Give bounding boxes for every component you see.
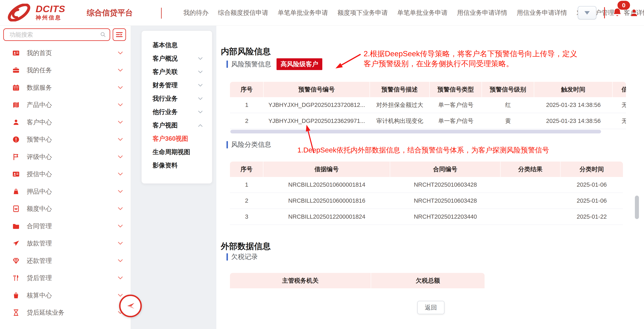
sidebar-item-calendar-2[interactable]: 数据服务	[0, 79, 131, 96]
table-cell	[500, 209, 560, 225]
sidebar-item-label: 客户中心	[27, 118, 52, 127]
sidebar-item-label: 合同管理	[27, 222, 52, 230]
topnav-item-loan-detail-1[interactable]: 用信业务申请详情	[457, 8, 507, 17]
top-menu: 我的待办 综合额度授信申请 单笔单批业务申请 额度项下业务申请 单笔单批业务申请…	[183, 0, 644, 25]
sidebar-item-label: 贷后管理	[27, 274, 52, 282]
table-cell: 无	[612, 113, 626, 129]
risk-warning-section-header: 风险预警信息 高风险级客户	[226, 58, 322, 70]
arrow-left-icon	[125, 301, 136, 311]
table-header-cell: 预警信号类型	[430, 82, 482, 97]
sidebar-item-bag-8[interactable]: 押品中心	[0, 183, 131, 200]
sidebar-item-doc-w-9[interactable]: 额度中心	[0, 200, 131, 218]
sidebar-item-label: 核算中心	[27, 291, 52, 300]
idcard-icon	[12, 170, 20, 178]
sidebar-menu: 我的首页我的任务数据服务产品中心客户中心预警中心评级中心授信中心押品中心额度中心…	[0, 44, 131, 321]
table-row: 2YJBHYJXH_DGP20250123629971...审计机构出现变化单一…	[230, 113, 626, 129]
submenu-child-2[interactable]: 影像资料	[142, 159, 212, 172]
secondary-panel-strip: 基本信息客户概况客户关联财务管理我行业务他行业务客户视图客户360视图生命周期视…	[131, 25, 216, 329]
sidebar-item-map-3[interactable]: 产品中心	[0, 96, 131, 114]
topnav-item-single-batch-1[interactable]: 单笔单批业务申请	[278, 8, 328, 17]
submenu-item-5[interactable]: 他行业务	[142, 105, 212, 119]
sidebar-item-briefcase-1[interactable]: 我的任务	[0, 62, 131, 79]
section-bar	[226, 253, 228, 261]
chevron-down-icon	[118, 121, 123, 124]
chevron-down-icon	[118, 155, 123, 159]
risk-classify-label: 风险分类信息	[231, 140, 271, 149]
table-header-cell: 分类结果	[500, 162, 560, 177]
chevron-down-icon	[118, 242, 123, 245]
chevron-down-icon	[198, 84, 203, 87]
sidebar-item-label: 我的首页	[27, 49, 52, 57]
menu-collapse-button[interactable]	[113, 28, 126, 41]
chevron-down-icon	[198, 70, 203, 73]
table-cell: 2025-01-22	[560, 209, 623, 225]
table-cell: YJBHYJXH_DGP20250123629971...	[264, 113, 370, 129]
submenu-item-1[interactable]: 客户概况	[142, 52, 212, 65]
sidebar-item-utensils-13[interactable]: 贷后管理	[0, 270, 131, 287]
calendar-icon	[12, 84, 20, 91]
sidebar-item-flag-6[interactable]: 评级中心	[0, 148, 131, 166]
tabs-dropdown-button[interactable]	[578, 6, 596, 19]
chevron-down-icon	[118, 69, 123, 72]
function-search-input[interactable]	[3, 28, 110, 41]
table-cell: 2025-01-06	[560, 177, 623, 193]
sidebar-item-label: 额度中心	[27, 205, 52, 213]
user-icon	[12, 118, 20, 126]
sidebar-collapse-toggle[interactable]	[119, 295, 142, 317]
horizontal-scrollbar[interactable]	[230, 130, 601, 133]
topnav-item-single-batch-2[interactable]: 单笔单批业务申请	[397, 8, 448, 17]
table-cell: 无	[612, 97, 626, 113]
sidebar-item-idcard-7[interactable]: 授信中心	[0, 166, 131, 183]
submenu-item-3[interactable]: 财务管理	[142, 78, 212, 92]
topnav-item-under-quota[interactable]: 额度项下业务申请	[338, 8, 388, 17]
chevron-down-icon	[584, 11, 590, 14]
chevron-down-icon	[118, 190, 123, 193]
annotation-detection: 1.DeepSeek依托内外部数据信息，结合预警信号体系，为客户探测风险预警信号	[298, 145, 549, 155]
sidebar-item-label: 产品中心	[27, 101, 52, 109]
chevron-down-icon	[198, 97, 203, 100]
topnav-item-credit-apply[interactable]: 综合额度授信申请	[218, 8, 268, 17]
sidebar-item-label: 还款管理	[27, 257, 52, 265]
submenu-item-2[interactable]: 客户关联	[142, 65, 212, 78]
sidebar-item-label: 我的任务	[27, 66, 52, 74]
sidebar-item-idcard-0[interactable]: 我的首页	[0, 44, 131, 62]
flag-icon	[12, 153, 20, 161]
utensils-icon	[12, 274, 20, 282]
logo-company-en: DCITS	[36, 4, 65, 13]
table-cell: 2	[230, 113, 264, 129]
table-cell: 1	[230, 97, 264, 113]
table-cell: 对外担保金额过大	[370, 97, 430, 113]
notification-badge: 0	[618, 1, 630, 10]
table-cell: YJBHYJXH_DGP20250123720812...	[264, 97, 370, 113]
submenu-item-0[interactable]: 基本信息	[142, 38, 212, 52]
table-cell: NRCHT2025010603428	[390, 193, 500, 209]
table-header-cell: 借据编号	[263, 162, 390, 177]
chevron-down-icon	[118, 138, 123, 141]
topnav-item-loan-detail-2[interactable]: 用信业务申请详情	[517, 8, 567, 17]
sidebar-item-folder-10[interactable]: 合同管理	[0, 217, 131, 235]
back-button[interactable]: 返回	[417, 301, 444, 314]
risk-classify-table: 序号借据编号合同编号分类结果分类时间 1NRCBILL2025010600001…	[230, 162, 623, 225]
submenu-child-0[interactable]: 客户360视图	[142, 132, 212, 145]
app-window: DCITS 神州信息 综合信贷平台 我的待办 综合额度授信申请 单笔单批业务申请…	[0, 0, 644, 329]
sidebar-item-send-11[interactable]: 放款管理	[0, 235, 131, 252]
sidebar-item-gem-12[interactable]: 还款管理	[0, 252, 131, 270]
table-cell: 红	[482, 97, 534, 113]
navbar-divider	[604, 7, 605, 18]
user-profile-icon[interactable]	[630, 8, 638, 17]
notification-bell-icon[interactable]: 0	[612, 8, 622, 18]
sidebar-item-user-4[interactable]: 客户中心	[0, 114, 131, 131]
table-cell: 单一客户信号	[430, 113, 482, 129]
sidebar-item-hourglass-15[interactable]: 贷后延续业务	[0, 304, 131, 322]
vertical-scrollbar[interactable]	[635, 196, 639, 219]
chevron-down-icon	[198, 57, 203, 60]
table-cell	[500, 177, 560, 193]
table-cell: NRCBILL2025010600001816	[263, 193, 390, 209]
submenu-child-1[interactable]: 生命周期视图	[142, 145, 212, 159]
submenu-item-6[interactable]: 客户视图	[142, 119, 212, 132]
sidebar-item-alert-5[interactable]: 预警中心	[0, 131, 131, 148]
topnav-item-my-todo[interactable]: 我的待办	[183, 8, 208, 17]
alert-icon	[12, 136, 20, 143]
sidebar-item-shop-bag-14[interactable]: 核算中心	[0, 287, 131, 304]
submenu-item-4[interactable]: 我行业务	[142, 92, 212, 105]
